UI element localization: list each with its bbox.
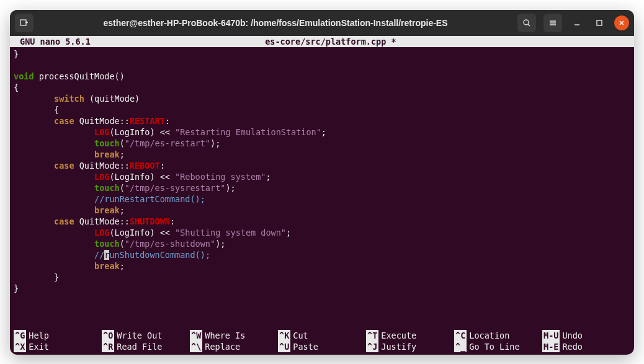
nano-shortcuts: ^GHelp ^OWrite Out ^WWhere Is ^KCut ^TEx… [10, 330, 634, 355]
shortcut-redo: M-ERedo [542, 341, 630, 352]
shortcut-replace: ^\Replace [190, 341, 278, 352]
shortcut-undo: M-UUndo [542, 330, 630, 341]
svg-point-3 [524, 20, 529, 25]
new-tab-button[interactable] [15, 14, 34, 32]
svg-rect-9 [597, 20, 602, 25]
menu-button[interactable] [543, 14, 562, 32]
search-button[interactable] [517, 14, 536, 32]
shortcut-cut: ^KCut [278, 330, 366, 341]
titlebar: esther@esther-HP-ProBook-6470b: /home/fo… [10, 10, 634, 36]
shortcut-help: ^GHelp [14, 330, 102, 341]
svg-line-4 [528, 24, 530, 26]
shortcut-execute: ^TExecute [366, 330, 454, 341]
shortcut-writeout: ^OWrite Out [102, 330, 190, 341]
nano-header-bar: GNU nano 5.6.1 es-core/src/platform.cpp … [10, 36, 634, 47]
shortcut-location: ^CLocation [454, 330, 542, 341]
shortcut-paste: ^UPaste [278, 341, 366, 352]
editor-area[interactable]: } void processQuitMode() { switch (quitM… [10, 47, 634, 330]
window-title: esther@esther-HP-ProBook-6470b: /home/fo… [38, 18, 512, 28]
maximize-button[interactable] [592, 16, 607, 30]
shortcut-whereis: ^WWhere Is [190, 330, 278, 341]
shortcut-exit: ^XExit [14, 341, 102, 352]
terminal-window: esther@esther-HP-ProBook-6470b: /home/fo… [10, 10, 634, 355]
shortcut-justify: ^JJustify [366, 341, 454, 352]
shortcut-gotoline: ^_Go To Line [454, 341, 542, 352]
minimize-button[interactable] [570, 16, 584, 30]
shortcut-readfile: ^RRead File [102, 341, 190, 352]
nano-filename: es-core/src/platform.cpp * [29, 36, 633, 47]
svg-rect-0 [20, 20, 26, 25]
close-button[interactable] [614, 16, 629, 30]
